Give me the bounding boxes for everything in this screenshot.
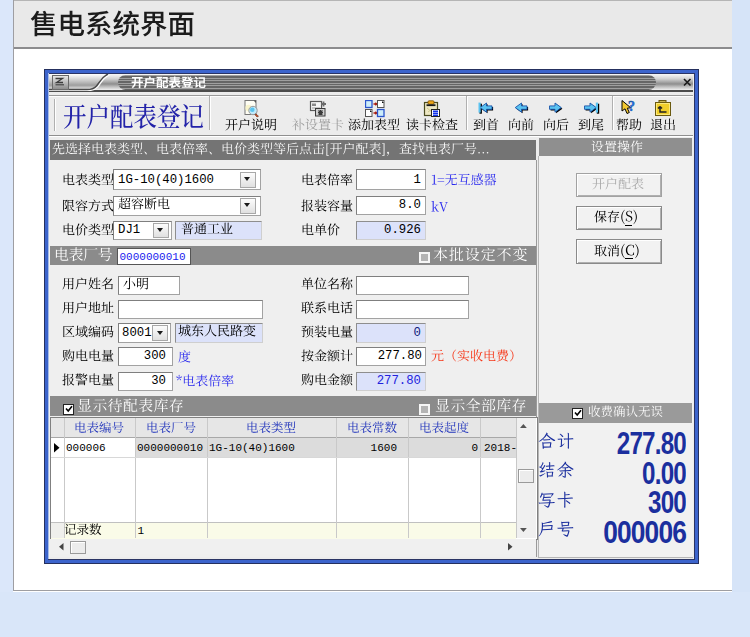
svg-text:?: ? xyxy=(628,100,635,114)
